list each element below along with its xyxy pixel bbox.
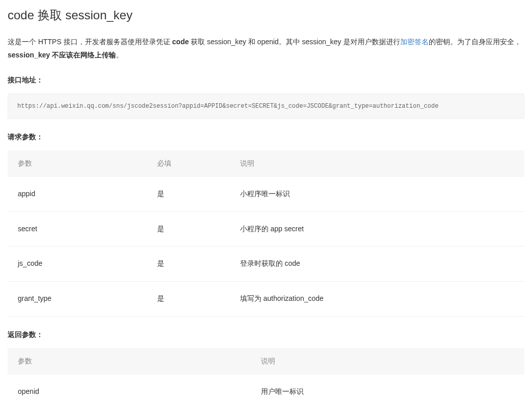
- intro-text: 获取 session_key 和 openid。其中 session_key 是…: [189, 38, 400, 46]
- request-params-heading: 请求参数：: [8, 131, 524, 143]
- intro-text: 的密钥。为了自身应用安全，: [429, 38, 521, 46]
- intro-bold-warning: session_key 不应该在网络上传输: [8, 51, 116, 59]
- table-row: js_code 是 登录时获取的 code: [8, 246, 524, 282]
- cell-param: grant_type: [8, 282, 147, 317]
- page-title: code 换取 session_key: [8, 5, 524, 26]
- request-params-table: 参数 必填 说明 appid 是 小程序唯一标识 secret 是 小程序的 a…: [8, 150, 524, 317]
- cell-param: js_code: [8, 246, 147, 282]
- header-desc: 说明: [251, 348, 524, 375]
- cell-param: appid: [8, 177, 147, 211]
- header-param: 参数: [8, 348, 251, 375]
- cell-desc: 登录时获取的 code: [230, 246, 524, 282]
- cell-desc: 填写为 authorization_code: [230, 282, 524, 317]
- cell-desc: 小程序唯一标识: [230, 177, 524, 211]
- cell-param: openid: [8, 375, 251, 401]
- intro-paragraph: 这是一个 HTTPS 接口，开发者服务器使用登录凭证 code 获取 sessi…: [8, 35, 524, 62]
- cell-required: 是: [147, 177, 230, 211]
- return-params-table: 参数 说明 openid 用户唯一标识 session_key 会话密钥: [8, 348, 524, 401]
- return-params-heading: 返回参数：: [8, 329, 524, 341]
- api-url-codeblock: https://api.weixin.qq.com/sns/jscode2ses…: [8, 94, 524, 119]
- table-row: secret 是 小程序的 app secret: [8, 211, 524, 246]
- cell-required: 是: [147, 282, 230, 317]
- cell-required: 是: [147, 246, 230, 282]
- header-required: 必填: [147, 150, 230, 177]
- cell-desc: 用户唯一标识: [251, 375, 524, 401]
- table-row: openid 用户唯一标识: [8, 375, 524, 401]
- cell-desc: 小程序的 app secret: [230, 211, 524, 246]
- header-desc: 说明: [230, 150, 524, 177]
- header-param: 参数: [8, 150, 147, 177]
- table-header-row: 参数 必填 说明: [8, 150, 524, 177]
- intro-text: 这是一个 HTTPS 接口，开发者服务器使用登录凭证: [8, 38, 172, 46]
- intro-bold-code: code: [172, 38, 189, 46]
- cell-required: 是: [147, 211, 230, 246]
- cell-param: secret: [8, 211, 147, 246]
- table-header-row: 参数 说明: [8, 348, 524, 375]
- encrypt-sign-link[interactable]: 加密签名: [400, 38, 429, 46]
- intro-text: 。: [116, 51, 123, 59]
- api-address-heading: 接口地址：: [8, 74, 524, 86]
- table-row: grant_type 是 填写为 authorization_code: [8, 282, 524, 317]
- table-row: appid 是 小程序唯一标识: [8, 177, 524, 211]
